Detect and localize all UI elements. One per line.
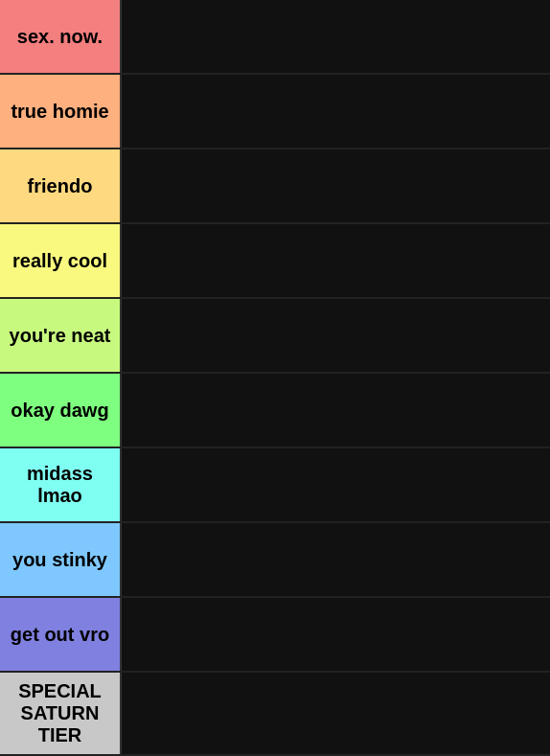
- tier-label-okay-dawg: okay dawg: [0, 374, 120, 447]
- tier-label-you-stinky: you stinky: [0, 523, 120, 596]
- tier-content-special-saturn: [120, 673, 550, 754]
- tier-row-friendo: friendo: [0, 149, 550, 224]
- tier-row-true-homie: true homie: [0, 75, 550, 149]
- tier-label-get-out-vro: get out vro: [0, 598, 120, 671]
- tier-label-friendo: friendo: [0, 149, 120, 222]
- tier-content-midass-lmao: [120, 448, 550, 521]
- tier-row-okay-dawg: okay dawg: [0, 374, 550, 448]
- tier-content-get-out-vro: [120, 598, 550, 671]
- tier-label-midass-lmao: midass lmao: [0, 448, 120, 521]
- tier-content-youre-neat: [120, 299, 550, 372]
- tier-content-true-homie: [120, 75, 550, 148]
- tier-list: sex. now.true homiefriendoreally coolyou…: [0, 0, 550, 756]
- tier-row-midass-lmao: midass lmao: [0, 448, 550, 523]
- tier-row-you-stinky: you stinky: [0, 523, 550, 598]
- tier-label-youre-neat: you're neat: [0, 299, 120, 372]
- tier-row-sex-now: sex. now.: [0, 0, 550, 75]
- tier-content-okay-dawg: [120, 374, 550, 447]
- tier-row-get-out-vro: get out vro: [0, 598, 550, 673]
- tier-content-sex-now: [120, 0, 550, 73]
- tier-content-friendo: [120, 149, 550, 222]
- tier-row-really-cool: really cool: [0, 224, 550, 299]
- tier-row-special-saturn: SPECIAL SATURN TIER: [0, 673, 550, 756]
- tier-content-really-cool: [120, 224, 550, 297]
- tier-label-special-saturn: SPECIAL SATURN TIER: [0, 673, 120, 754]
- tier-content-you-stinky: [120, 523, 550, 596]
- tier-label-true-homie: true homie: [0, 75, 120, 148]
- tier-label-sex-now: sex. now.: [0, 0, 120, 73]
- tier-row-youre-neat: you're neat: [0, 299, 550, 374]
- tier-label-really-cool: really cool: [0, 224, 120, 297]
